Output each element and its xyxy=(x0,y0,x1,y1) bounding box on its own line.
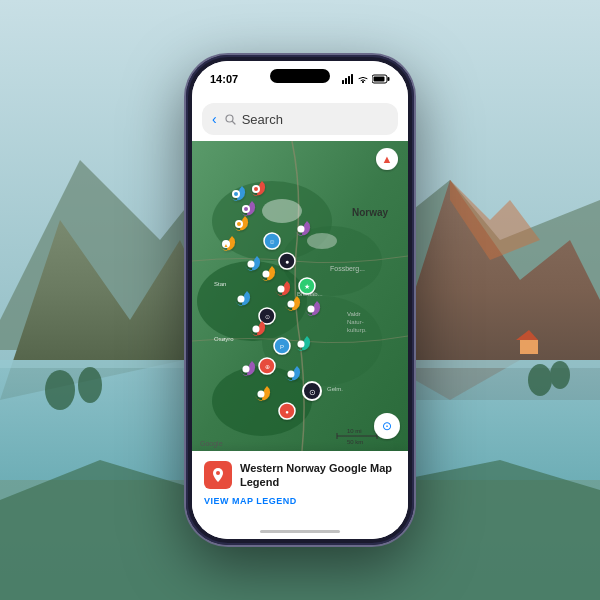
back-button[interactable]: ‹ xyxy=(212,111,217,127)
svg-point-73 xyxy=(258,391,265,398)
svg-text:10 mi: 10 mi xyxy=(347,428,362,434)
svg-point-52 xyxy=(248,261,255,268)
svg-point-58 xyxy=(238,296,245,303)
svg-point-37 xyxy=(307,233,337,249)
svg-text:●: ● xyxy=(285,258,289,265)
wifi-icon xyxy=(357,74,369,84)
svg-text:Google: Google xyxy=(200,440,223,448)
svg-point-62 xyxy=(308,306,315,313)
card-content: Western Norway Google Map Legend xyxy=(204,461,396,490)
map-svg: ▲ ☺ ● xyxy=(192,141,408,451)
svg-text:P: P xyxy=(280,344,284,350)
bottom-card: Western Norway Google Map Legend VIEW MA… xyxy=(192,451,408,539)
svg-point-63 xyxy=(253,326,260,333)
svg-text:▲: ▲ xyxy=(224,242,229,248)
svg-text:⊙: ⊙ xyxy=(382,419,392,433)
svg-point-61 xyxy=(288,301,295,308)
svg-point-28 xyxy=(226,115,233,122)
svg-text:kulturp.: kulturp. xyxy=(347,327,367,333)
svg-point-39 xyxy=(234,192,238,196)
battery-icon xyxy=(372,74,390,84)
svg-text:50 km: 50 km xyxy=(347,439,363,445)
svg-rect-14 xyxy=(520,340,538,354)
svg-point-55 xyxy=(278,286,285,293)
search-bar-area: ‹ Search xyxy=(192,97,408,141)
svg-point-19 xyxy=(550,361,570,389)
search-placeholder[interactable]: Search xyxy=(242,112,283,127)
status-icons xyxy=(342,74,390,84)
svg-rect-21 xyxy=(345,78,347,84)
svg-rect-23 xyxy=(351,74,353,84)
svg-point-17 xyxy=(78,367,102,403)
card-icon xyxy=(204,461,232,489)
svg-text:Breidab...: Breidab... xyxy=(297,291,323,297)
svg-text:⊙: ⊙ xyxy=(265,314,270,320)
signal-bars-icon xyxy=(342,74,354,84)
svg-rect-26 xyxy=(388,77,390,81)
svg-text:☺: ☺ xyxy=(268,238,275,245)
search-bar[interactable]: ‹ Search xyxy=(202,103,398,135)
svg-point-66 xyxy=(298,341,305,348)
svg-point-70 xyxy=(288,371,295,378)
dynamic-island xyxy=(270,69,330,83)
svg-point-54 xyxy=(263,271,270,278)
svg-rect-20 xyxy=(342,80,344,84)
search-icon xyxy=(225,114,236,125)
svg-point-18 xyxy=(528,364,552,396)
svg-point-41 xyxy=(244,207,248,211)
svg-rect-22 xyxy=(348,76,350,84)
svg-text:⊙: ⊙ xyxy=(309,388,316,397)
view-map-legend-link[interactable]: VIEW MAP LEGEND xyxy=(204,496,396,506)
svg-point-36 xyxy=(262,199,302,223)
phone-frame: 14:07 xyxy=(186,55,414,545)
phone-screen: 14:07 xyxy=(192,61,408,539)
svg-point-45 xyxy=(254,187,258,191)
svg-point-24 xyxy=(362,81,364,83)
card-title: Western Norway Google Map Legend xyxy=(240,461,396,490)
svg-text:Valdr: Valdr xyxy=(347,311,361,317)
svg-text:⊕: ⊕ xyxy=(265,364,270,370)
home-indicator xyxy=(260,530,340,533)
location-pin-icon xyxy=(210,467,226,483)
status-time: 14:07 xyxy=(210,73,238,85)
svg-line-29 xyxy=(232,121,235,124)
svg-point-53 xyxy=(298,226,305,233)
svg-text:Gelm.: Gelm. xyxy=(327,386,343,392)
svg-point-43 xyxy=(237,222,241,226)
svg-text:Osøyro: Osøyro xyxy=(214,336,234,342)
svg-text:▲: ▲ xyxy=(382,153,393,165)
svg-point-95 xyxy=(216,471,220,475)
svg-rect-27 xyxy=(374,77,385,82)
svg-point-69 xyxy=(243,366,250,373)
map-area[interactable]: ▲ ☺ ● xyxy=(192,141,408,451)
svg-text:Norway: Norway xyxy=(352,207,389,218)
svg-point-16 xyxy=(45,370,75,410)
svg-text:Stan: Stan xyxy=(214,281,226,287)
svg-text:Natur-: Natur- xyxy=(347,319,364,325)
svg-text:★: ★ xyxy=(304,283,310,290)
card-text: Western Norway Google Map Legend xyxy=(240,461,396,490)
svg-text:Fossberg...: Fossberg... xyxy=(330,265,365,273)
svg-text:●: ● xyxy=(285,409,289,415)
